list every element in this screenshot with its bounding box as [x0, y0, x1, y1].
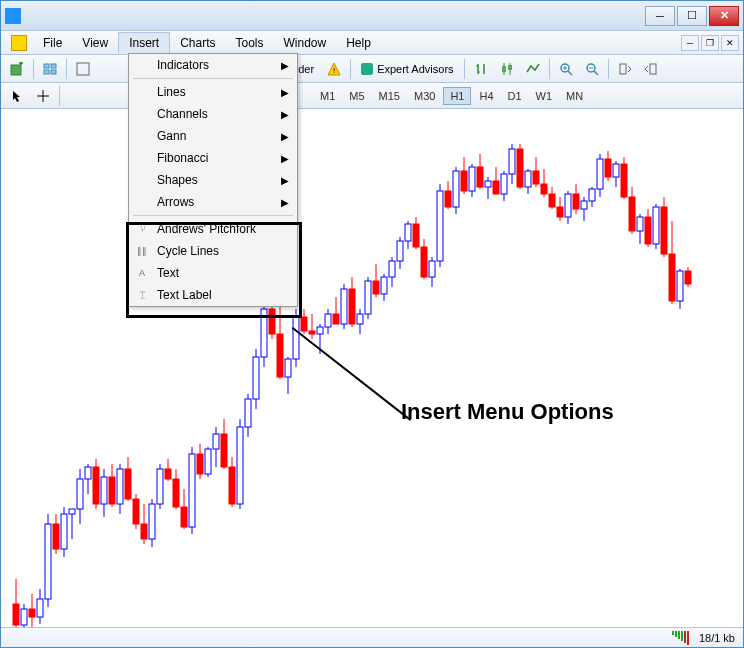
svg-rect-148 — [493, 181, 499, 194]
submenu-arrow-icon: ▶ — [281, 131, 289, 142]
svg-rect-106 — [325, 314, 331, 327]
svg-line-17 — [568, 71, 572, 75]
svg-rect-122 — [389, 261, 395, 277]
separator — [608, 59, 609, 79]
svg-rect-166 — [565, 194, 571, 217]
menu-lines[interactable]: Lines▶ — [129, 81, 297, 103]
tf-m5[interactable]: M5 — [343, 88, 370, 104]
svg-rect-62 — [149, 504, 155, 539]
svg-rect-2 — [51, 64, 56, 68]
svg-rect-130 — [421, 247, 427, 277]
statusbar: 18/1 kb — [1, 627, 743, 647]
menu-arrows[interactable]: Arrows▶ — [129, 191, 297, 213]
maximize-button[interactable]: ☐ — [677, 6, 707, 26]
mdi-close-button[interactable]: ✕ — [721, 35, 739, 51]
new-chart-button[interactable] — [5, 58, 29, 80]
zoom-in-button[interactable] — [554, 58, 578, 80]
menu-channels[interactable]: Channels▶ — [129, 103, 297, 125]
menu-charts[interactable]: Charts — [170, 33, 225, 53]
svg-line-21 — [594, 71, 598, 75]
svg-rect-172 — [589, 189, 595, 201]
connection-status: 18/1 kb — [699, 632, 735, 644]
svg-rect-68 — [173, 479, 179, 507]
tf-h4[interactable]: H4 — [473, 88, 499, 104]
chartshift-button[interactable] — [639, 58, 663, 80]
menu-shapes[interactable]: Shapes▶ — [129, 169, 297, 191]
svg-rect-110 — [341, 289, 347, 324]
svg-rect-74 — [197, 454, 203, 474]
close-button[interactable]: ✕ — [709, 6, 739, 26]
minimize-button[interactable]: ─ — [645, 6, 675, 26]
tf-d1[interactable]: D1 — [502, 88, 528, 104]
menu-tools[interactable]: Tools — [226, 33, 274, 53]
profiles-button[interactable] — [38, 58, 62, 80]
menu-help[interactable]: Help — [336, 33, 381, 53]
tf-m1[interactable]: M1 — [314, 88, 341, 104]
menu-gann-label: Gann — [157, 129, 186, 143]
menu-lines-label: Lines — [157, 85, 186, 99]
tf-w1[interactable]: W1 — [530, 88, 559, 104]
svg-rect-15 — [508, 65, 512, 70]
svg-rect-128 — [413, 224, 419, 247]
svg-rect-126 — [405, 224, 411, 241]
titlebar: ─ ☐ ✕ — [1, 1, 743, 31]
candle-chart-button[interactable] — [495, 58, 519, 80]
chart-area[interactable]: Insert Menu Options — [1, 109, 743, 627]
zoom-out-button[interactable] — [580, 58, 604, 80]
menu-indicators[interactable]: Indicators▶ — [129, 54, 297, 76]
submenu-arrow-icon: ▶ — [281, 87, 289, 98]
alert-icon[interactable]: ! — [322, 58, 346, 80]
svg-rect-186 — [645, 217, 651, 244]
menu-fibonacci-label: Fibonacci — [157, 151, 208, 165]
menu-window[interactable]: Window — [274, 33, 337, 53]
separator — [133, 78, 293, 79]
menu-fibonacci[interactable]: Fibonacci▶ — [129, 147, 297, 169]
app-window: ─ ☐ ✕ File View Insert Charts Tools Wind… — [0, 0, 744, 648]
tf-m30[interactable]: M30 — [408, 88, 441, 104]
menu-view[interactable]: View — [72, 33, 118, 53]
svg-rect-120 — [381, 277, 387, 294]
menu-file[interactable]: File — [33, 33, 72, 53]
svg-rect-194 — [677, 271, 683, 301]
svg-rect-190 — [661, 207, 667, 254]
mdi-doc-icon — [11, 35, 27, 51]
submenu-arrow-icon: ▶ — [281, 197, 289, 208]
svg-rect-28 — [13, 604, 19, 625]
svg-rect-162 — [549, 194, 555, 207]
toolbar-main: w Order ! Expert Advisors — [1, 55, 743, 83]
svg-rect-176 — [605, 159, 611, 177]
cursor-button[interactable] — [5, 85, 29, 107]
submenu-arrow-icon: ▶ — [281, 153, 289, 164]
svg-rect-32 — [29, 609, 35, 617]
tf-h1[interactable]: H1 — [443, 87, 471, 105]
ea-icon — [361, 63, 373, 75]
crosshair-button[interactable] — [31, 85, 55, 107]
bar-chart-button[interactable] — [469, 58, 493, 80]
line-chart-button[interactable] — [521, 58, 545, 80]
svg-rect-138 — [453, 171, 459, 207]
market-watch-button[interactable] — [71, 58, 95, 80]
svg-rect-142 — [469, 167, 475, 191]
mdi-minimize-button[interactable]: ─ — [681, 35, 699, 51]
svg-rect-76 — [205, 449, 211, 474]
svg-rect-160 — [541, 184, 547, 194]
menu-insert[interactable]: Insert — [118, 32, 170, 53]
svg-rect-66 — [165, 469, 171, 479]
menu-shapes-label: Shapes — [157, 173, 198, 187]
toolbar-objects: M1 M5 M15 M30 H1 H4 D1 W1 MN — [1, 83, 743, 109]
expert-advisors-button[interactable]: Expert Advisors — [355, 61, 459, 77]
svg-rect-154 — [517, 149, 523, 187]
tf-mn[interactable]: MN — [560, 88, 589, 104]
submenu-arrow-icon: ▶ — [281, 60, 289, 71]
svg-rect-182 — [629, 197, 635, 231]
svg-rect-1 — [44, 64, 49, 68]
menu-gann[interactable]: Gann▶ — [129, 125, 297, 147]
mdi-restore-button[interactable]: ❐ — [701, 35, 719, 51]
tf-m15[interactable]: M15 — [373, 88, 406, 104]
autoscroll-button[interactable] — [613, 58, 637, 80]
svg-rect-46 — [85, 467, 91, 479]
svg-rect-104 — [317, 327, 323, 334]
ea-label: Expert Advisors — [377, 63, 453, 75]
svg-rect-40 — [61, 514, 67, 549]
svg-rect-170 — [581, 201, 587, 209]
